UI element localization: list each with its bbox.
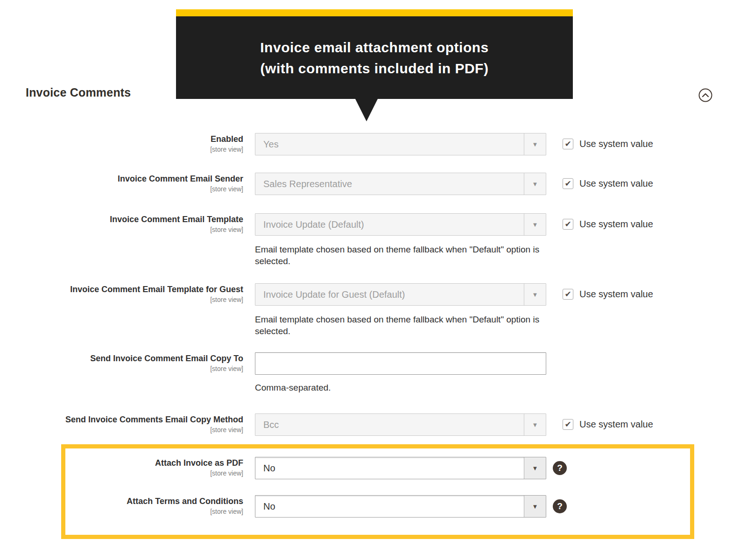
field-note: Email template chosen based on theme fal… [255,244,550,267]
use-system-value-checkbox[interactable]: ✔ Use system value [563,178,653,189]
dropdown-arrow-icon: ▼ [524,173,546,195]
chevron-up-icon [698,97,713,104]
dropdown-arrow-icon: ▼ [524,414,546,435]
field-label: Send Invoice Comment Email Copy To [0,353,243,364]
dropdown-arrow-icon: ▼ [524,133,546,155]
select-value: Bcc [255,414,546,435]
email-copy-to-input[interactable] [255,352,546,375]
annotation-callout: Invoice email attachment options (with c… [176,9,573,99]
select-value: Invoice Update (Default) [255,214,546,235]
dropdown-arrow-icon: ▼ [524,284,546,305]
help-tooltip-icon[interactable]: ? [553,499,567,513]
section-title: Invoice Comments [26,86,131,99]
field-scope: [store view] [0,469,243,478]
select-value: Invoice Update for Guest (Default) [255,284,546,305]
field-scope: [store view] [0,145,243,154]
use-system-value-checkbox[interactable]: ✔ Use system value [563,139,653,149]
field-label: Enabled [0,134,243,145]
callout-text: Invoice email attachment options (with c… [176,16,573,99]
copy-method-select[interactable]: Bcc ▼ [255,413,546,436]
enabled-select[interactable]: Yes ▼ [255,133,546,155]
field-scope: [store view] [0,184,243,194]
use-system-value-label: Use system value [579,139,653,149]
guest-email-template-select[interactable]: Invoice Update for Guest (Default) ▼ [255,283,546,306]
dropdown-arrow-icon: ▼ [524,214,546,235]
use-system-value-label: Use system value [579,178,653,189]
use-system-value-checkbox[interactable]: ✔ Use system value [563,289,653,300]
checkbox-checked-icon: ✔ [563,139,573,149]
field-label: Invoice Comment Email Template for Guest [0,284,243,295]
field-label: Invoice Comment Email Sender [0,174,243,184]
use-system-value-checkbox[interactable]: ✔ Use system value [563,219,653,230]
field-scope: [store view] [0,507,243,516]
field-note: Email template chosen based on theme fal… [255,314,550,337]
callout-line-1: Invoice email attachment options [260,37,488,58]
dropdown-arrow-icon: ▼ [524,457,546,479]
checkbox-checked-icon: ✔ [563,289,573,300]
select-value: Yes [255,133,546,155]
help-tooltip-icon[interactable]: ? [553,461,567,475]
field-scope: [store view] [0,295,243,304]
collapse-section-button[interactable] [698,88,713,103]
attach-terms-select[interactable]: No ▼ [255,495,546,518]
field-label: Attach Invoice as PDF [0,458,243,469]
use-system-value-label: Use system value [579,289,653,300]
email-sender-select[interactable]: Sales Representative ▼ [255,173,546,195]
field-label: Invoice Comment Email Template [0,214,243,225]
checkbox-checked-icon: ✔ [563,178,573,189]
use-system-value-label: Use system value [579,419,653,430]
field-scope: [store view] [0,225,243,234]
field-scope: [store view] [0,364,243,373]
callout-accent-bar [176,9,573,16]
checkbox-checked-icon: ✔ [563,219,573,230]
callout-line-2: (with comments included in PDF) [261,58,489,79]
email-template-select[interactable]: Invoice Update (Default) ▼ [255,213,546,236]
callout-pointer [355,99,378,121]
field-label: Attach Terms and Conditions [0,496,243,507]
select-value: No [255,457,546,479]
use-system-value-label: Use system value [579,219,653,230]
select-value: Sales Representative [255,173,546,195]
dropdown-arrow-icon: ▼ [524,496,546,517]
invoice-comments-settings-page: Invoice email attachment options (with c… [0,0,747,560]
checkbox-checked-icon: ✔ [563,419,573,430]
field-scope: [store view] [0,425,243,434]
field-note: Comma-separated. [255,382,550,393]
use-system-value-checkbox[interactable]: ✔ Use system value [563,419,653,430]
attach-pdf-select[interactable]: No ▼ [255,457,546,479]
select-value: No [255,496,546,517]
field-label: Send Invoice Comments Email Copy Method [0,414,243,425]
